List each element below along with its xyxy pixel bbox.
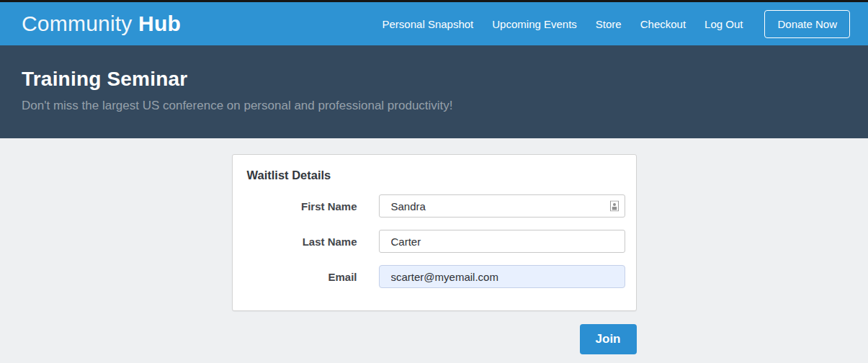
form-row-first-name: First Name <box>247 194 625 218</box>
main-content: Waitlist Details First Name Last Name <box>0 138 868 354</box>
waitlist-details-card: Waitlist Details First Name Last Name <box>232 154 637 311</box>
nav-upcoming-events[interactable]: Upcoming Events <box>492 18 577 30</box>
page-title: Training Seminar <box>22 68 846 91</box>
logo-text-community: Community <box>22 12 133 35</box>
nav-checkout[interactable]: Checkout <box>640 18 686 30</box>
card-title: Waitlist Details <box>247 169 625 182</box>
form-row-last-name: Last Name <box>247 230 625 253</box>
email-label: Email <box>247 271 357 283</box>
last-name-field[interactable] <box>379 230 625 253</box>
form-actions: Join <box>232 324 637 354</box>
main-nav: Personal Snapshot Upcoming Events Store … <box>382 10 850 38</box>
form-row-email: Email <box>247 265 625 288</box>
first-name-label: First Name <box>247 200 357 212</box>
donate-now-button[interactable]: Donate Now <box>764 10 850 38</box>
last-name-label: Last Name <box>247 236 357 248</box>
email-field[interactable] <box>379 265 625 288</box>
join-button[interactable]: Join <box>580 324 637 354</box>
app-header: Community Hub Personal Snapshot Upcoming… <box>0 2 868 45</box>
logo-text-hub: Hub <box>138 12 181 35</box>
autofill-icon[interactable] <box>610 201 619 212</box>
nav-store[interactable]: Store <box>596 18 622 30</box>
hero-banner: Training Seminar Don't miss the largest … <box>0 45 868 138</box>
first-name-field[interactable] <box>379 194 625 218</box>
nav-personal-snapshot[interactable]: Personal Snapshot <box>382 18 474 30</box>
app-logo[interactable]: Community Hub <box>22 12 181 36</box>
page-subtitle: Don't miss the largest US conference on … <box>22 99 846 113</box>
nav-log-out[interactable]: Log Out <box>704 18 743 30</box>
